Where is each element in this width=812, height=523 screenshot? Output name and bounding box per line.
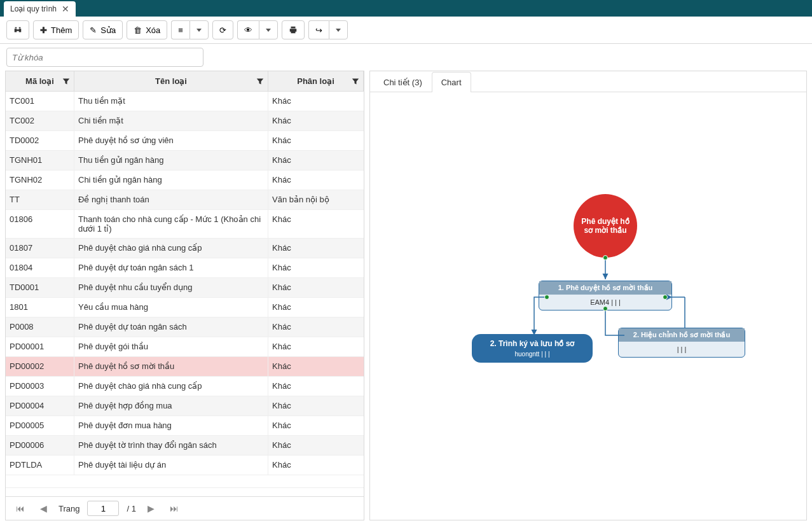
table-row[interactable]: P0008Phê duyệt dự toán ngân sáchKhác <box>6 317 364 337</box>
cell-name: Phê duyệt dự toán ngân sách 1 <box>74 258 268 277</box>
tab-detail[interactable]: Chi tiết (3) <box>374 72 432 92</box>
page-input[interactable] <box>87 501 119 516</box>
cell-code: 01807 <box>6 239 74 258</box>
close-icon[interactable]: ✕ <box>62 4 69 14</box>
flowchart-canvas[interactable]: Phê duyệt hồ sơ mời thầu 1. Phê duyệt hồ… <box>370 92 806 520</box>
cell-category: Khác <box>268 317 364 337</box>
export-dropdown[interactable] <box>329 20 348 39</box>
table-row[interactable]: TGNH02Chi tiền gửi ngân hàngKhác <box>6 171 364 190</box>
pager-total: / 1 <box>127 504 135 513</box>
menu-group: ≡ <box>171 20 209 39</box>
table-row[interactable]: PD00005Phê duyệt đơn mua hàngKhác <box>6 416 364 436</box>
h-scrollbar[interactable] <box>6 487 364 496</box>
col-header-name[interactable]: Tên loại <box>74 71 268 91</box>
table-row[interactable]: PD00004Phê duyệt hợp đồng muaKhác <box>6 396 364 416</box>
cell-code: TGNH01 <box>6 151 74 170</box>
eye-icon: 👁 <box>244 25 252 35</box>
table-row[interactable]: 01804Phê duyệt dự toán ngân sách 1Khác <box>6 258 364 278</box>
table-row[interactable]: TC001Thu tiền mặtKhác <box>6 92 364 111</box>
table-row[interactable]: TGNH01Thu tiền gửi ngân hàngKhác <box>6 151 364 171</box>
cell-category: Khác <box>268 278 364 297</box>
cell-code: TT <box>6 190 74 209</box>
filter-icon[interactable] <box>62 78 70 85</box>
cell-category: Khác <box>268 239 364 258</box>
edit-button[interactable]: ✎ Sửa <box>83 20 123 39</box>
cell-code: TC002 <box>6 111 74 130</box>
print-icon <box>289 25 298 34</box>
search-input[interactable] <box>6 48 203 67</box>
pager-last[interactable]: ⏭ <box>166 502 182 515</box>
trash-icon: 🗑 <box>134 25 142 35</box>
cell-code: PDTLDA <box>6 456 74 475</box>
table-row[interactable]: 01806Thanh toán cho nhà cung cấp - Mức 1… <box>6 210 364 239</box>
cell-code: PD00006 <box>6 436 74 455</box>
table-row[interactable]: PD00001Phê duyệt gói thầuKhác <box>6 337 364 357</box>
delete-button[interactable]: 🗑 Xóa <box>127 20 167 39</box>
cell-code: TD0001 <box>6 278 74 297</box>
cell-category: Khác <box>268 436 364 455</box>
print-button[interactable] <box>282 20 305 39</box>
cell-category: Khác <box>268 456 364 475</box>
cell-code: 1801 <box>6 298 74 317</box>
table-row[interactable]: 01807Phê duyệt chào giá nhà cung cấpKhác <box>6 239 364 258</box>
table-row[interactable]: PD00002Phê duyệt hồ sơ mời thầuKhác <box>6 357 364 377</box>
menu-button[interactable]: ≡ <box>171 20 189 39</box>
table-row[interactable]: TD0002Phê duyệt hồ sơ ứng viênKhác <box>6 131 364 151</box>
cell-name: Phê duyệt hồ sơ ứng viên <box>74 131 268 150</box>
cell-name: Yêu cầu mua hàng <box>74 298 268 317</box>
cell-name: Phê duyệt chào giá nhà cung cấp <box>74 239 268 258</box>
filter-icon[interactable] <box>352 78 359 85</box>
grid-body[interactable]: TC001Thu tiền mặtKhácTC002Chi tiền mặtKh… <box>6 92 364 487</box>
caret-icon <box>336 29 341 32</box>
table-row[interactable]: TTĐề nghị thanh toánVăn bản nội bộ <box>6 190 364 210</box>
cell-category: Khác <box>268 396 364 415</box>
connector-dot[interactable] <box>544 295 549 300</box>
refresh-icon: ⟳ <box>219 25 226 35</box>
cell-code: 01806 <box>6 210 74 238</box>
connector-dot[interactable] <box>603 255 608 260</box>
table-row[interactable]: TD0001Phê duyệt nhu cầu tuyển dụngKhác <box>6 278 364 298</box>
binoculars-icon <box>13 25 22 34</box>
cell-name: Phê duyệt gói thầu <box>74 337 268 356</box>
table-row[interactable]: TC002Chi tiền mặtKhác <box>6 111 364 131</box>
view-button[interactable]: 👁 <box>237 20 259 39</box>
cell-category: Khác <box>268 131 364 150</box>
cell-category: Khác <box>268 258 364 277</box>
pager-prev[interactable]: ◀ <box>36 502 51 515</box>
pager-next[interactable]: ▶ <box>144 502 158 515</box>
cell-code: PD00001 <box>6 337 74 356</box>
pager-label: Trang <box>58 504 79 513</box>
table-row[interactable]: 1801Yêu cầu mua hàngKhác <box>6 298 364 317</box>
table-row[interactable]: PD00003Phê duyệt chào giá nhà cung cấpKh… <box>6 377 364 396</box>
grid-header: Mã loại Tên loại Phân loại <box>6 71 364 92</box>
table-row[interactable]: PD00006Phê duyệt tờ trình thay đổi ngân … <box>6 436 364 456</box>
menu-dropdown[interactable] <box>189 20 209 39</box>
connector-dot[interactable] <box>603 306 608 311</box>
cell-code: P0008 <box>6 317 74 337</box>
cell-name: Phê duyệt đơn mua hàng <box>74 416 268 435</box>
refresh-button[interactable]: ⟳ <box>212 20 233 39</box>
add-button[interactable]: ✚ Thêm <box>33 20 79 39</box>
cell-category: Khác <box>268 111 364 130</box>
cell-code: TD0002 <box>6 131 74 150</box>
flow-edges <box>370 92 806 410</box>
view-dropdown[interactable] <box>259 20 278 39</box>
cell-category: Khác <box>268 337 364 356</box>
export-button[interactable]: ↪ <box>308 20 329 39</box>
add-label: Thêm <box>51 25 72 35</box>
filter-icon[interactable] <box>256 78 264 85</box>
tab-chart[interactable]: Chart <box>432 72 471 92</box>
pager-first[interactable]: ⏮ <box>12 502 29 515</box>
connector-dot[interactable] <box>663 295 668 300</box>
col-header-code[interactable]: Mã loại <box>6 71 74 91</box>
col-header-category[interactable]: Phân loại <box>268 71 364 91</box>
detail-panel: Chi tiết (3) Chart Phê duyệt hồ sơ mời t… <box>369 71 807 520</box>
cell-name: Chi tiền gửi ngân hàng <box>74 171 268 190</box>
doc-tab[interactable]: Loại quy trình ✕ <box>4 1 76 17</box>
cell-category: Khác <box>268 92 364 111</box>
cell-category: Văn bản nội bộ <box>268 190 364 209</box>
search-binoculars-button[interactable] <box>6 20 29 39</box>
export-icon: ↪ <box>315 25 322 35</box>
cell-category: Khác <box>268 377 364 396</box>
table-row[interactable]: PDTLDAPhê duyệt tài liệu dự ánKhác <box>6 456 364 475</box>
